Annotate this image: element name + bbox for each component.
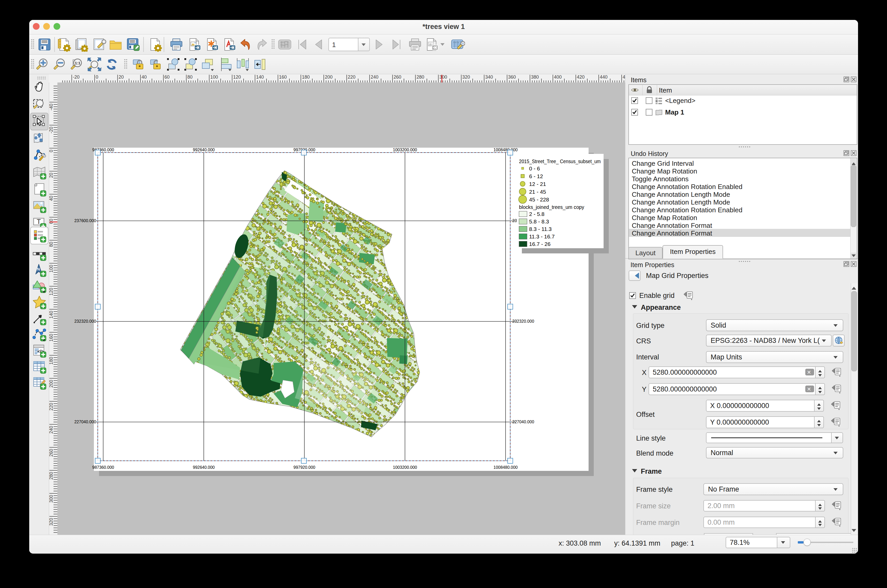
svg-text:300: 300 [439, 75, 447, 80]
svg-text:0 - 6: 0 - 6 [529, 165, 540, 171]
svg-text:360: 360 [508, 75, 516, 80]
svg-text:8.3 - 11.3: 8.3 - 11.3 [529, 226, 552, 232]
svg-text:180: 180 [302, 75, 309, 80]
svg-text:160: 160 [49, 334, 54, 342]
svg-text:-20: -20 [73, 75, 80, 80]
svg-text:11.3 - 16.7: 11.3 - 16.7 [529, 234, 555, 240]
svg-text:6 - 12: 6 - 12 [529, 173, 543, 179]
svg-text:2 - 5.8: 2 - 5.8 [529, 211, 545, 217]
svg-text:20: 20 [119, 75, 124, 80]
svg-text:320: 320 [462, 75, 470, 80]
svg-text:280: 280 [49, 472, 54, 480]
svg-text:100: 100 [210, 75, 218, 80]
svg-text:60: 60 [165, 75, 170, 80]
svg-text:1008480.000: 1008480.000 [494, 148, 518, 152]
svg-text:12 - 21: 12 - 21 [529, 181, 546, 187]
svg-text:0: 0 [96, 75, 98, 80]
svg-text:-40: -40 [49, 104, 54, 110]
svg-text:5.8 - 8.3: 5.8 - 8.3 [529, 219, 549, 225]
svg-text:16.7 - 26: 16.7 - 26 [529, 241, 551, 247]
svg-text:997920.000: 997920.000 [294, 465, 315, 470]
svg-text:1008480.000: 1008480.000 [494, 465, 518, 470]
svg-text:240: 240 [371, 75, 378, 80]
svg-text:160: 160 [279, 75, 287, 80]
svg-text:20: 20 [49, 173, 54, 178]
svg-text:992640.000: 992640.000 [193, 148, 215, 152]
svg-text:260: 260 [393, 75, 401, 80]
svg-text:987360.000: 987360.000 [92, 465, 114, 470]
svg-text:80: 80 [49, 242, 54, 247]
svg-text:1:1: 1:1 [75, 61, 80, 65]
svg-text:180: 180 [49, 357, 54, 364]
svg-text:40: 40 [141, 75, 147, 80]
svg-text:40: 40 [49, 196, 54, 201]
svg-text:420: 420 [577, 75, 585, 80]
svg-text:80: 80 [187, 75, 192, 80]
svg-text:300: 300 [49, 495, 54, 502]
svg-text:232320.000: 232320.000 [512, 319, 534, 324]
svg-text:2015_Street_Tree_ Census_subse: 2015_Street_Tree_ Census_subset_um [519, 158, 601, 165]
svg-text:N: N [37, 267, 40, 271]
svg-text:992640.000: 992640.000 [193, 465, 215, 470]
svg-text:320: 320 [49, 518, 54, 526]
svg-text:60: 60 [49, 219, 54, 224]
svg-text:227040.000: 227040.000 [512, 420, 534, 424]
svg-text:232320.000: 232320.000 [74, 319, 96, 324]
svg-text:200: 200 [49, 380, 54, 388]
svg-text:237600.000: 237600.000 [74, 219, 96, 223]
svg-text:280: 280 [416, 75, 424, 80]
svg-text:440: 440 [600, 75, 608, 80]
svg-text:45 - 228: 45 - 228 [529, 196, 549, 202]
svg-text:240: 240 [49, 426, 54, 434]
svg-text:blocks_joined_trees_um copy: blocks_joined_trees_um copy [519, 204, 584, 210]
svg-text:1003200.000: 1003200.000 [393, 148, 417, 152]
svg-text:200: 200 [325, 75, 333, 80]
svg-text:227040.000: 227040.000 [74, 420, 96, 424]
svg-text:-20: -20 [49, 127, 54, 134]
svg-text:400: 400 [554, 75, 562, 80]
svg-text:120: 120 [233, 75, 241, 80]
svg-text:140: 140 [49, 311, 54, 319]
svg-text:380: 380 [531, 75, 539, 80]
svg-text:21 - 45: 21 - 45 [529, 189, 546, 195]
svg-text:100: 100 [49, 265, 54, 273]
svg-text:1003200.000: 1003200.000 [393, 465, 417, 470]
svg-text:460: 460 [623, 75, 625, 80]
svg-text:220: 220 [49, 403, 54, 411]
svg-text:260: 260 [49, 449, 54, 457]
svg-text:0: 0 [49, 150, 54, 152]
svg-text:220: 220 [348, 75, 356, 80]
svg-text:340: 340 [485, 75, 493, 80]
svg-text:140: 140 [256, 75, 264, 80]
svg-text:120: 120 [49, 288, 54, 296]
